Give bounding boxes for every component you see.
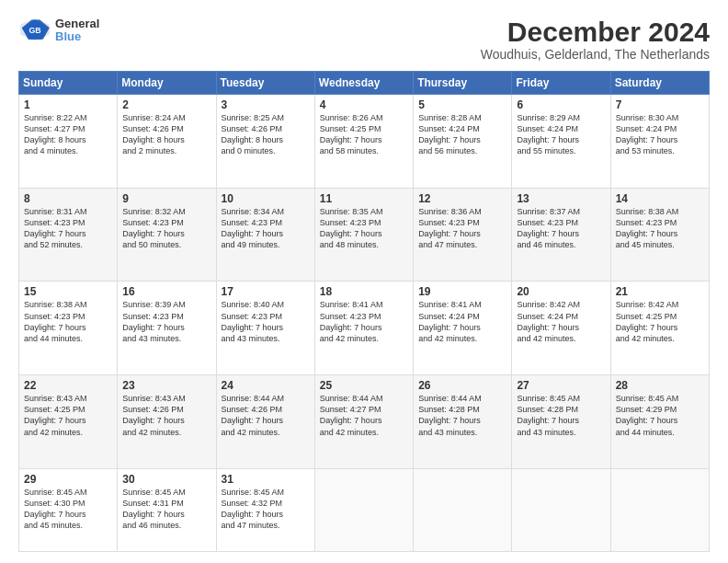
day-number: 7 [616,98,704,111]
day-info: Sunrise: 8:34 AM Sunset: 4:23 PM Dayligh… [222,206,310,251]
day-info: Sunrise: 8:44 AM Sunset: 4:26 PM Dayligh… [222,393,310,438]
table-row: 11Sunrise: 8:35 AM Sunset: 4:23 PM Dayli… [314,188,413,282]
day-number: 15 [24,285,112,298]
table-row: 4Sunrise: 8:26 AM Sunset: 4:25 PM Daylig… [314,95,413,189]
day-number: 13 [517,192,605,205]
day-number: 8 [24,192,112,205]
day-info: Sunrise: 8:28 AM Sunset: 4:24 PM Dayligh… [418,112,506,157]
day-info: Sunrise: 8:45 AM Sunset: 4:28 PM Dayligh… [517,393,605,438]
day-info: Sunrise: 8:26 AM Sunset: 4:25 PM Dayligh… [320,112,408,157]
table-row: 31Sunrise: 8:45 AM Sunset: 4:32 PM Dayli… [216,468,314,551]
day-number: 20 [517,285,605,298]
table-row: 6Sunrise: 8:29 AM Sunset: 4:24 PM Daylig… [512,95,610,189]
day-info: Sunrise: 8:38 AM Sunset: 4:23 PM Dayligh… [24,299,112,344]
table-row: 20Sunrise: 8:42 AM Sunset: 4:24 PM Dayli… [512,282,610,375]
table-row: 24Sunrise: 8:44 AM Sunset: 4:26 PM Dayli… [216,375,314,469]
col-thursday: Thursday [414,72,512,95]
logo-text: General [55,17,99,30]
title-area: December 2024 Woudhuis, Gelderland, The … [481,17,710,62]
col-friday: Friday [512,72,610,95]
day-info: Sunrise: 8:43 AM Sunset: 4:26 PM Dayligh… [122,393,210,438]
table-row: 5Sunrise: 8:28 AM Sunset: 4:24 PM Daylig… [414,95,512,189]
table-row: 28Sunrise: 8:45 AM Sunset: 4:29 PM Dayli… [610,375,709,469]
day-number: 16 [122,285,210,298]
subtitle: Woudhuis, Gelderland, The Netherlands [481,47,710,62]
day-number: 30 [122,473,210,486]
calendar-table: Sunday Monday Tuesday Wednesday Thursday… [18,71,710,552]
day-number: 12 [418,192,506,205]
table-row [314,468,413,551]
day-info: Sunrise: 8:45 AM Sunset: 4:31 PM Dayligh… [122,487,210,532]
table-row: 29Sunrise: 8:45 AM Sunset: 4:30 PM Dayli… [19,468,118,551]
table-row: 12Sunrise: 8:36 AM Sunset: 4:23 PM Dayli… [414,188,512,282]
table-row: 8Sunrise: 8:31 AM Sunset: 4:23 PM Daylig… [19,188,118,282]
day-info: Sunrise: 8:41 AM Sunset: 4:24 PM Dayligh… [418,299,506,344]
table-row: 25Sunrise: 8:44 AM Sunset: 4:27 PM Dayli… [314,375,413,469]
day-number: 22 [24,379,112,392]
day-info: Sunrise: 8:24 AM Sunset: 4:26 PM Dayligh… [122,112,210,157]
table-row: 10Sunrise: 8:34 AM Sunset: 4:23 PM Dayli… [216,188,314,282]
table-row [414,468,512,551]
day-number: 4 [320,98,408,111]
day-number: 18 [320,285,408,298]
header: GB General Blue December 2024 Woudhuis, … [18,17,710,62]
svg-text:GB: GB [28,26,40,35]
col-wednesday: Wednesday [314,72,413,95]
table-row: 22Sunrise: 8:43 AM Sunset: 4:25 PM Dayli… [19,375,118,469]
day-info: Sunrise: 8:41 AM Sunset: 4:23 PM Dayligh… [320,299,408,344]
day-info: Sunrise: 8:40 AM Sunset: 4:23 PM Dayligh… [222,299,310,344]
table-row: 17Sunrise: 8:40 AM Sunset: 4:23 PM Dayli… [216,282,314,375]
table-row: 19Sunrise: 8:41 AM Sunset: 4:24 PM Dayli… [414,282,512,375]
day-info: Sunrise: 8:22 AM Sunset: 4:27 PM Dayligh… [24,112,112,157]
day-number: 11 [320,192,408,205]
day-info: Sunrise: 8:43 AM Sunset: 4:25 PM Dayligh… [24,393,112,438]
day-number: 3 [222,98,310,111]
table-row: 2Sunrise: 8:24 AM Sunset: 4:26 PM Daylig… [118,95,216,189]
logo: GB General Blue [18,17,99,44]
day-info: Sunrise: 8:44 AM Sunset: 4:27 PM Dayligh… [320,393,408,438]
day-number: 31 [222,473,310,486]
day-info: Sunrise: 8:42 AM Sunset: 4:24 PM Dayligh… [517,299,605,344]
table-row: 13Sunrise: 8:37 AM Sunset: 4:23 PM Dayli… [512,188,610,282]
day-info: Sunrise: 8:42 AM Sunset: 4:25 PM Dayligh… [616,299,704,344]
day-info: Sunrise: 8:44 AM Sunset: 4:28 PM Dayligh… [418,393,506,438]
table-row [610,468,709,551]
table-row: 3Sunrise: 8:25 AM Sunset: 4:26 PM Daylig… [216,95,314,189]
day-info: Sunrise: 8:29 AM Sunset: 4:24 PM Dayligh… [517,112,605,157]
day-number: 27 [517,379,605,392]
day-number: 17 [222,285,310,298]
day-info: Sunrise: 8:30 AM Sunset: 4:24 PM Dayligh… [616,112,704,157]
table-row: 1Sunrise: 8:22 AM Sunset: 4:27 PM Daylig… [19,95,118,189]
col-sunday: Sunday [19,72,118,95]
table-row: 18Sunrise: 8:41 AM Sunset: 4:23 PM Dayli… [314,282,413,375]
day-number: 14 [616,192,704,205]
day-number: 6 [517,98,605,111]
table-row: 7Sunrise: 8:30 AM Sunset: 4:24 PM Daylig… [610,95,709,189]
table-row: 14Sunrise: 8:38 AM Sunset: 4:23 PM Dayli… [610,188,709,282]
table-row: 15Sunrise: 8:38 AM Sunset: 4:23 PM Dayli… [19,282,118,375]
calendar-header-row: Sunday Monday Tuesday Wednesday Thursday… [19,72,710,95]
day-number: 2 [122,98,210,111]
day-info: Sunrise: 8:45 AM Sunset: 4:32 PM Dayligh… [222,487,310,532]
table-row: 27Sunrise: 8:45 AM Sunset: 4:28 PM Dayli… [512,375,610,469]
day-info: Sunrise: 8:38 AM Sunset: 4:23 PM Dayligh… [616,206,704,251]
day-number: 19 [418,285,506,298]
page: GB General Blue December 2024 Woudhuis, … [0,0,728,563]
table-row: 9Sunrise: 8:32 AM Sunset: 4:23 PM Daylig… [118,188,216,282]
col-tuesday: Tuesday [216,72,314,95]
table-row: 26Sunrise: 8:44 AM Sunset: 4:28 PM Dayli… [414,375,512,469]
day-number: 25 [320,379,408,392]
day-number: 21 [616,285,704,298]
day-number: 9 [122,192,210,205]
logo-text2: Blue [55,30,99,43]
day-info: Sunrise: 8:37 AM Sunset: 4:23 PM Dayligh… [517,206,605,251]
day-number: 23 [122,379,210,392]
day-info: Sunrise: 8:45 AM Sunset: 4:30 PM Dayligh… [24,487,112,532]
day-number: 1 [24,98,112,111]
day-number: 26 [418,379,506,392]
table-row: 30Sunrise: 8:45 AM Sunset: 4:31 PM Dayli… [118,468,216,551]
day-number: 5 [418,98,506,111]
table-row: 21Sunrise: 8:42 AM Sunset: 4:25 PM Dayli… [610,282,709,375]
day-info: Sunrise: 8:39 AM Sunset: 4:23 PM Dayligh… [122,299,210,344]
col-monday: Monday [118,72,216,95]
